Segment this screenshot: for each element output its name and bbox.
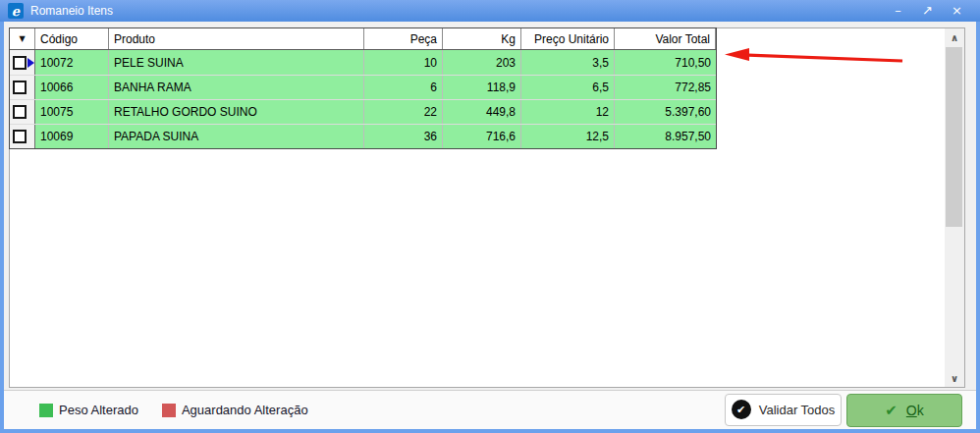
scroll-down-icon[interactable]: ∨ <box>945 369 964 387</box>
row-checkbox[interactable] <box>13 130 27 143</box>
check-circle-icon: ✔ <box>732 400 751 419</box>
close-icon[interactable]: × <box>950 0 964 22</box>
cell-valor-total[interactable]: 772,85 <box>615 76 716 99</box>
validar-todos-label: Validar Todos <box>759 403 836 417</box>
filter-dropdown-icon[interactable]: ▼ <box>19 34 25 43</box>
cell-valor-total[interactable]: 710,50 <box>615 50 716 75</box>
footer-bar: Peso Alterado Aguardando Alteração ✔ Val… <box>4 390 976 429</box>
ok-button[interactable]: ✔ Ok <box>846 394 962 427</box>
table-row[interactable]: 10069 PAPADA SUINA 36 716,6 12,5 8.957,5… <box>10 124 716 148</box>
cell-kg[interactable]: 118,9 <box>443 76 521 99</box>
cell-kg[interactable]: 449,8 <box>443 100 521 124</box>
check-icon: ✔ <box>885 402 898 419</box>
table-header-row: ▼ Código Produto Peça Kg Preço Unitário … <box>10 28 716 50</box>
items-table: ▼ Código Produto Peça Kg Preço Unitário … <box>9 27 717 149</box>
red-arrow-annotation <box>720 46 906 68</box>
legend-label-peso-alterado: Peso Alterado <box>59 403 138 417</box>
maximize-icon[interactable]: ↗ <box>920 0 935 22</box>
green-swatch-icon <box>39 404 53 417</box>
cell-produto[interactable]: RETALHO GORDO SUINO <box>109 100 364 124</box>
cell-produto[interactable]: PAPADA SUINA <box>109 125 364 148</box>
cell-codigo[interactable]: 10066 <box>35 76 109 99</box>
row-checkbox[interactable] <box>13 81 27 94</box>
red-swatch-icon <box>162 404 176 417</box>
cell-peca[interactable]: 10 <box>364 50 443 75</box>
legend-item-aguardando: Aguardando Alteração <box>162 403 308 417</box>
table-row[interactable]: 10066 BANHA RAMA 6 118,9 6,5 772,85 <box>10 75 716 99</box>
row-checkbox[interactable] <box>13 56 27 70</box>
app-window: e Romaneio Itens – ↗ × ▼ Código Produto … <box>0 0 980 433</box>
app-logo-letter: e <box>12 5 20 18</box>
column-header-selector[interactable]: ▼ <box>10 28 35 49</box>
app-logo-icon: e <box>8 3 24 19</box>
row-select-cell[interactable] <box>10 50 35 75</box>
cell-peca[interactable]: 6 <box>364 76 443 99</box>
column-header-codigo[interactable]: Código <box>35 28 109 49</box>
row-checkbox[interactable] <box>13 105 27 119</box>
cell-produto[interactable]: PELE SUINA <box>109 50 364 75</box>
window-title: Romaneio Itens <box>30 4 113 18</box>
validar-todos-button[interactable]: ✔ Validar Todos <box>725 394 842 426</box>
window-border-left <box>0 22 4 433</box>
status-legend: Peso Alterado Aguardando Alteração <box>4 403 332 417</box>
current-row-indicator-icon <box>27 58 34 68</box>
legend-label-aguardando: Aguardando Alteração <box>182 403 308 417</box>
row-select-cell[interactable] <box>10 125 35 148</box>
column-header-produto[interactable]: Produto <box>109 28 364 49</box>
window-border-right <box>976 22 980 433</box>
check-glyph: ✔ <box>736 404 745 416</box>
cell-valor-total[interactable]: 8.957,50 <box>615 125 716 148</box>
column-header-preco-unitario[interactable]: Preço Unitário <box>521 28 615 49</box>
cell-kg[interactable]: 716,6 <box>443 125 521 148</box>
column-header-peca[interactable]: Peça <box>364 28 443 49</box>
vertical-scrollbar[interactable]: ∧ ∨ <box>945 28 964 387</box>
footer-actions: ✔ Validar Todos ✔ Ok <box>725 394 976 427</box>
row-select-cell[interactable] <box>10 76 35 99</box>
cell-codigo[interactable]: 10075 <box>35 100 109 124</box>
cell-preco-unitario[interactable]: 12 <box>521 100 615 124</box>
cell-valor-total[interactable]: 5.397,60 <box>615 100 716 124</box>
column-header-valor-total[interactable]: Valor Total <box>615 28 716 49</box>
items-grid-area: ▼ Código Produto Peça Kg Preço Unitário … <box>9 27 965 388</box>
table-row[interactable]: 10072 PELE SUINA 10 203 3,5 710,50 <box>10 50 716 75</box>
window-controls: – ↗ × <box>891 0 972 22</box>
window-border-bottom <box>0 429 980 433</box>
table-row[interactable]: 10075 RETALHO GORDO SUINO 22 449,8 12 5.… <box>10 99 716 124</box>
legend-item-peso-alterado: Peso Alterado <box>39 403 138 417</box>
cell-codigo[interactable]: 10072 <box>35 50 109 75</box>
column-header-kg[interactable]: Kg <box>443 28 521 49</box>
minimize-icon[interactable]: – <box>891 0 905 22</box>
cell-peca[interactable]: 22 <box>364 100 443 124</box>
cell-preco-unitario[interactable]: 6,5 <box>521 76 615 99</box>
cell-preco-unitario[interactable]: 12,5 <box>521 125 615 148</box>
scrollbar-thumb[interactable] <box>946 47 962 227</box>
scroll-up-icon[interactable]: ∧ <box>945 28 964 46</box>
cell-codigo[interactable]: 10069 <box>35 125 109 148</box>
row-select-cell[interactable] <box>10 100 35 124</box>
cell-produto[interactable]: BANHA RAMA <box>109 76 364 99</box>
title-bar: e Romaneio Itens – ↗ × <box>0 0 980 22</box>
cell-kg[interactable]: 203 <box>443 50 521 75</box>
ok-label: Ok <box>906 403 924 418</box>
cell-peca[interactable]: 36 <box>364 125 443 148</box>
cell-preco-unitario[interactable]: 3,5 <box>521 50 615 75</box>
